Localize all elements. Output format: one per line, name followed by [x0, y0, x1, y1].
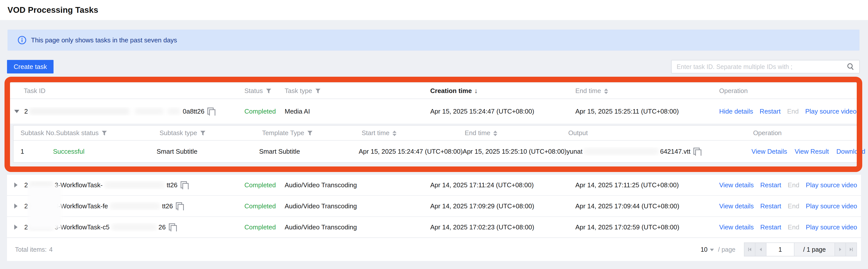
copy-icon[interactable]	[180, 181, 188, 189]
redacted-text	[112, 224, 157, 231]
header-task-id: Task ID	[7, 87, 244, 95]
next-page-button[interactable]	[835, 242, 846, 257]
operation-cell: View details Restart End Play source vid…	[719, 181, 861, 189]
end-time-cell: Apr 15, 2025 15:25:11 (UTC+08:00)	[575, 108, 719, 115]
header-task-type: Task type	[285, 87, 430, 95]
header-start-time[interactable]: Start time	[362, 129, 465, 137]
funnel-icon[interactable]	[200, 131, 206, 136]
funnel-icon[interactable]	[266, 88, 271, 93]
create-task-button[interactable]: Create task	[7, 60, 54, 74]
copy-icon[interactable]	[693, 147, 701, 156]
header-sub-operation: Operation	[753, 129, 857, 137]
search-icon[interactable]	[846, 62, 855, 71]
prev-page-button[interactable]	[755, 242, 767, 257]
pagination-bar: Total items:4 10 / page 1 / 1 page	[7, 238, 861, 261]
chevron-right-icon[interactable]	[14, 204, 24, 209]
header-creation-time[interactable]: Creation time↓	[430, 87, 575, 95]
info-banner: This page only shows tasks in the past s…	[7, 30, 860, 51]
first-page-button[interactable]	[744, 242, 755, 257]
view-details-link[interactable]: View Details	[751, 147, 787, 156]
play-source-video-link[interactable]: Play source video	[806, 181, 857, 189]
subtask-row: 1 Successful Smart Subtitle Smart Subtit…	[13, 141, 857, 162]
end-link: End	[788, 202, 799, 210]
sort-icon[interactable]	[493, 131, 497, 136]
redacted-text	[584, 148, 659, 155]
download-link[interactable]: Download	[836, 147, 866, 156]
task-table: Task ID Status Task type Creation time↓ …	[7, 83, 861, 167]
copy-icon[interactable]	[175, 202, 183, 210]
prev-page-icon	[758, 247, 763, 252]
header-status: Status	[244, 87, 285, 95]
table-row: 2 3-WorkflowTask- tt26 Completed Audio/V…	[7, 175, 861, 196]
last-page-icon	[849, 247, 854, 252]
next-page-icon	[838, 247, 843, 252]
arrow-down-icon[interactable]: ↓	[474, 87, 478, 95]
restart-link[interactable]: Restart	[760, 202, 781, 210]
chevron-right-icon[interactable]	[14, 225, 24, 230]
play-source-video-link[interactable]: Play source video	[806, 202, 857, 210]
creation-time-cell: Apr 14, 2025 17:11:24 (UTC+08:00)	[430, 181, 575, 189]
end-link: End	[787, 108, 799, 115]
task-type-cell: Audio/Video Transcoding	[285, 202, 430, 210]
status-cell: Completed	[244, 181, 285, 189]
table-row: 2 0a8tt26 Completed Media AI Apr 15, 202…	[7, 99, 861, 124]
subtask-no-cell: 1	[13, 147, 53, 156]
view-details-link[interactable]: View details	[719, 181, 754, 189]
page-title: VOD Processing Tasks	[7, 5, 98, 15]
page-size-select[interactable]: 10 / page	[701, 246, 736, 253]
pager: 1 / 1 page	[744, 242, 857, 257]
subtask-status-cell: Successful	[53, 147, 157, 156]
funnel-icon[interactable]	[101, 131, 107, 136]
search-input[interactable]	[672, 63, 846, 71]
view-result-link[interactable]: View Result	[795, 147, 829, 156]
task-table-header: Task ID Status Task type Creation time↓ …	[7, 83, 861, 99]
copy-icon[interactable]	[207, 107, 215, 115]
pagination-controls: 10 / page 1 / 1 page	[701, 242, 857, 257]
copy-icon[interactable]	[168, 223, 176, 232]
end-time-cell: Apr 14, 2025 17:11:25 (UTC+08:00)	[575, 181, 719, 189]
restart-link[interactable]: Restart	[760, 108, 781, 115]
redacted-text	[29, 182, 53, 189]
view-details-link[interactable]: View details	[719, 223, 754, 231]
redacted-text	[29, 224, 53, 231]
task-table-continued: 2 3-WorkflowTask- tt26 Completed Audio/V…	[7, 175, 861, 261]
banner-message: This page only shows tasks in the past s…	[31, 36, 177, 44]
status-cell: Completed	[244, 202, 285, 210]
last-page-button[interactable]	[845, 242, 857, 257]
restart-link[interactable]: Restart	[760, 181, 781, 189]
operation-cell: View details Restart End Play source vid…	[719, 202, 861, 210]
redacted-text	[135, 108, 164, 115]
header-operation: Operation	[719, 87, 861, 95]
play-source-video-link[interactable]: Play source video	[806, 223, 857, 231]
header-template-type: Template Type	[262, 129, 362, 137]
end-time-cell: Apr 14, 2025 17:02:59 (UTC+08:00)	[575, 223, 719, 231]
task-id-cell: 2 3-WorkflowTask- tt26	[7, 181, 244, 189]
chevron-right-icon[interactable]	[14, 183, 24, 188]
subtask-table: Subtask No. Subtask status Subtask type …	[13, 125, 858, 163]
redacted-text	[104, 182, 164, 189]
search-box[interactable]	[671, 60, 860, 74]
sort-icon[interactable]	[604, 88, 608, 94]
restart-link[interactable]: Restart	[760, 223, 781, 231]
header-sub-end-time[interactable]: End time	[465, 129, 568, 137]
hide-details-link[interactable]: Hide details	[719, 108, 753, 115]
status-cell: Completed	[244, 108, 285, 115]
task-id-cell: 2 3-WorkflowTask-c5 26	[7, 223, 244, 232]
output-cell: yunat 642147.vtt	[566, 147, 751, 156]
funnel-icon[interactable]	[307, 131, 313, 136]
header-end-time[interactable]: End time	[575, 87, 719, 95]
play-source-video-link[interactable]: Play source video	[805, 108, 857, 115]
view-details-link[interactable]: View details	[719, 202, 754, 210]
funnel-icon[interactable]	[315, 88, 321, 93]
total-items: Total items:4	[15, 246, 53, 253]
table-row: 2 3-WorkflowTask-c5 26 Completed Audio/V…	[7, 217, 861, 238]
top-bar: VOD Processing Tasks	[0, 0, 868, 20]
chevron-down-icon[interactable]	[14, 110, 24, 113]
header-output: Output	[568, 129, 753, 137]
task-id-cell: 2 3-WorkflowTask-fe tt26	[7, 202, 244, 210]
subtask-type-cell: Smart Subtitle	[157, 147, 259, 156]
current-page-input[interactable]: 1	[766, 242, 795, 257]
sort-icon[interactable]	[393, 131, 397, 136]
creation-time-cell: Apr 15, 2025 15:24:47 (UTC+08:00)	[430, 108, 575, 115]
task-id-cell: 2 0a8tt26	[7, 107, 244, 115]
